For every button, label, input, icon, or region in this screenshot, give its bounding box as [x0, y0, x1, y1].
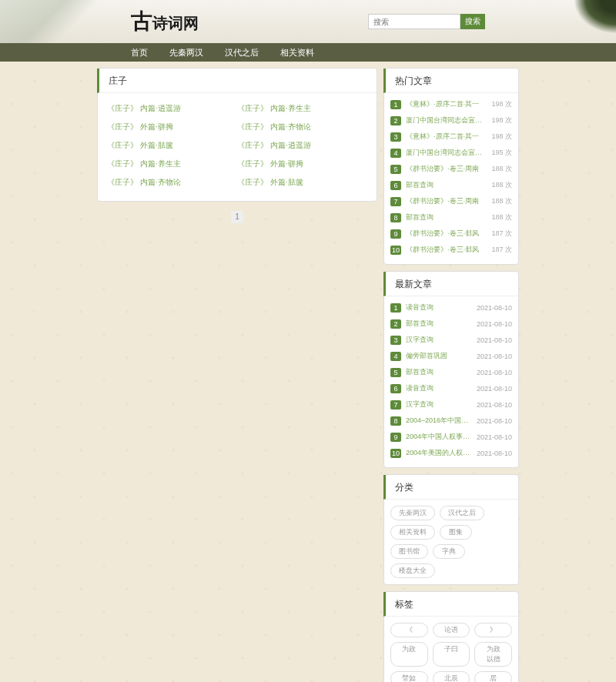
pagination: 1: [97, 211, 377, 223]
tag-item[interactable]: 《: [390, 623, 428, 637]
list-item: 4偏旁部首巩固2021-08-10: [390, 348, 512, 364]
article-link[interactable]: 《庄子》 外篇·骈拇: [107, 118, 237, 136]
rank-link[interactable]: 读音查询: [406, 303, 474, 313]
category-item[interactable]: 先秦两汉: [390, 506, 435, 520]
article-link[interactable]: 《庄子》 外篇·胠箧: [237, 173, 367, 192]
page-current[interactable]: 1: [231, 211, 243, 223]
nav-home[interactable]: 首页: [131, 47, 148, 59]
category-item[interactable]: 楼盘大全: [390, 563, 435, 578]
tag-item[interactable]: 》: [474, 623, 512, 637]
rank-meta: 2021-08-10: [477, 336, 512, 344]
main-column: 庄子 《庄子》 内篇·逍遥游 《庄子》 内篇·养生主 《庄子》 外篇·骈拇 《庄…: [97, 68, 377, 232]
rank-meta: 2021-08-10: [477, 385, 512, 393]
category-item[interactable]: 图集: [440, 525, 472, 540]
nav-resources[interactable]: 相关资料: [280, 47, 314, 59]
rank-link[interactable]: 汉字查询: [406, 400, 474, 410]
page-title: 庄子: [97, 69, 377, 93]
tag-item[interactable]: 居: [474, 671, 512, 682]
search-button[interactable]: 搜索: [460, 14, 485, 29]
content-container: 庄子 《庄子》 内篇·逍遥游 《庄子》 内篇·养生主 《庄子》 外篇·骈拇 《庄…: [0, 62, 616, 682]
rank-link[interactable]: 厦门中国台湾同志会宣言 (1925: [406, 148, 488, 158]
article-link[interactable]: 《庄子》 内篇·齐物论: [237, 118, 367, 136]
tag-item[interactable]: 论语: [433, 623, 470, 637]
article-link[interactable]: 《庄子》 内篇·逍遥游: [107, 99, 237, 118]
rank-link[interactable]: 厦门中国台湾同志会宣言 (1925: [406, 115, 488, 125]
nav-post-han[interactable]: 汉代之后: [225, 47, 259, 59]
list-item: 92004年中国人权事业的进展2021-08-10: [390, 429, 512, 445]
rank-number: 1: [390, 303, 401, 313]
rank-meta: 198 次: [491, 115, 512, 125]
rank-meta: 195 次: [491, 148, 512, 158]
list-item: 102004年美国的人权纪录2021-08-10: [390, 445, 512, 461]
hot-articles-panel: 热门文章 1《意林》·原序二首·其一198 次2厦门中国台湾同志会宣言 (192…: [383, 68, 519, 265]
rank-number: 2: [390, 319, 401, 329]
rank-meta: 2021-08-10: [477, 450, 512, 457]
site-logo[interactable]: 古诗词网: [131, 7, 199, 36]
category-item[interactable]: 相关资料: [390, 525, 435, 540]
rank-number: 7: [390, 400, 401, 410]
rank-link[interactable]: 《群书治要》·卷三·邶风: [406, 229, 488, 239]
list-item: 82004–2016年中国生态系统研究2021-08-10: [390, 413, 512, 429]
rank-meta: 198 次: [491, 132, 512, 142]
rank-link[interactable]: 2004–2016年中国生态系统研究: [406, 416, 474, 426]
tags-title: 标签: [383, 592, 518, 617]
category-item[interactable]: 汉代之后: [440, 506, 484, 520]
rank-link[interactable]: 部首查询: [406, 180, 488, 190]
list-item: 2部首查询2021-08-10: [390, 316, 512, 332]
article-link[interactable]: 《庄子》 外篇·胠箧: [107, 136, 237, 155]
rank-link[interactable]: 部首查询: [406, 212, 488, 222]
rank-number: 10: [390, 246, 401, 255]
article-link[interactable]: 《庄子》 内篇·养生主: [237, 99, 367, 118]
rank-meta: 188 次: [491, 180, 512, 190]
list-item: 5部首查询2021-08-10: [390, 364, 512, 380]
category-item[interactable]: 字典: [433, 544, 465, 559]
list-item: 1《意林》·原序二首·其一198 次: [390, 96, 512, 112]
rank-meta: 188 次: [491, 212, 512, 222]
rank-number: 9: [390, 229, 401, 239]
tag-item[interactable]: 为政: [390, 642, 428, 667]
tag-item[interactable]: 子曰: [433, 642, 470, 667]
latest-articles-panel: 最新文章 1读音查询2021-08-102部首查询2021-08-103汉字查询…: [383, 271, 519, 468]
article-link[interactable]: 《庄子》 外篇·骈拇: [237, 155, 367, 173]
rank-link[interactable]: 《意林》·原序二首·其一: [406, 132, 488, 142]
article-list: 《庄子》 内篇·逍遥游 《庄子》 内篇·养生主 《庄子》 外篇·骈拇 《庄子》 …: [98, 93, 377, 201]
rank-link[interactable]: 偏旁部首巩固: [406, 351, 474, 361]
list-item: 7《群书治要》·卷三·周南188 次: [390, 193, 512, 209]
rank-link[interactable]: 《意林》·原序二首·其一: [406, 99, 488, 109]
rank-link[interactable]: 《群书治要》·卷三·邶风: [406, 245, 488, 255]
logo-sub: 诗词网: [152, 15, 199, 32]
rank-meta: 2021-08-10: [477, 401, 512, 409]
category-item[interactable]: 图书馆: [390, 544, 428, 559]
article-link[interactable]: 《庄子》 内篇·逍遥游: [237, 136, 367, 155]
rank-link[interactable]: 2004年美国的人权纪录: [406, 448, 474, 458]
rank-number: 10: [390, 449, 401, 458]
list-item: 8部首查询188 次: [390, 209, 512, 226]
search-input[interactable]: [368, 14, 460, 29]
tag-item[interactable]: 譬如: [390, 671, 428, 682]
article-link[interactable]: 《庄子》 内篇·齐物论: [107, 173, 237, 192]
rank-link[interactable]: 2004年中国人权事业的进展: [406, 432, 474, 442]
rank-link[interactable]: 部首查询: [406, 367, 474, 377]
rank-link[interactable]: 部首查询: [406, 319, 474, 329]
latest-title: 最新文章: [383, 272, 518, 296]
rank-meta: 188 次: [491, 164, 512, 174]
nav-pre-qin-han[interactable]: 先秦两汉: [169, 47, 203, 59]
rank-meta: 187 次: [491, 229, 512, 239]
article-link[interactable]: 《庄子》 内篇·养生主: [107, 155, 237, 173]
rank-link[interactable]: 《群书治要》·卷三·周南: [406, 164, 488, 174]
list-item: 5《群书治要》·卷三·周南188 次: [390, 161, 512, 177]
rank-link[interactable]: 汉字查询: [406, 335, 474, 345]
tags-panel: 标签 《论语》为政子曰为政以德譬如北辰居学而学而时习之不亦说乎孟子梁惠王下庄暴见…: [383, 591, 519, 682]
rank-link[interactable]: 读音查询: [406, 383, 474, 393]
header: 古诗词网 搜索: [0, 0, 616, 43]
list-item: 1读音查询2021-08-10: [390, 299, 512, 316]
rank-number: 9: [390, 433, 401, 442]
hot-title: 热门文章: [383, 69, 518, 93]
rank-link[interactable]: 《群书治要》·卷三·周南: [406, 196, 488, 206]
rank-meta: 2021-08-10: [477, 433, 512, 441]
hot-list: 1《意林》·原序二首·其一198 次2厦门中国台湾同志会宣言 (1925198 …: [384, 93, 518, 264]
list-item: 6部首查询188 次: [390, 177, 512, 193]
tag-item[interactable]: 北辰: [433, 671, 470, 682]
rank-meta: 2021-08-10: [477, 417, 512, 425]
tag-item[interactable]: 为政以德: [474, 642, 512, 667]
